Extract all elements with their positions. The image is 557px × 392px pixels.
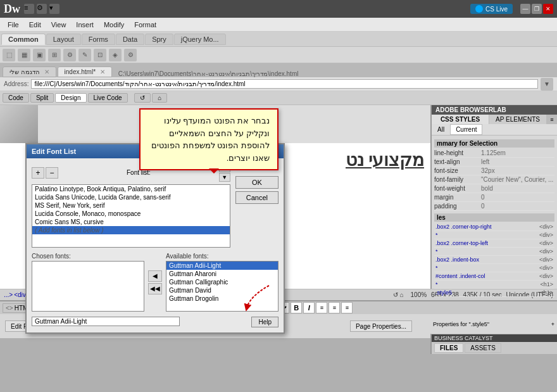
doc-tab-index[interactable]: index.html* ✕ [58,66,112,77]
font-list-item-2[interactable]: Lucida Sans Unicode, Lucida Grande, sans… [32,193,230,201]
toolbar-icon-3[interactable]: ▣ [33,49,46,61]
menu-format[interactable]: Format [129,20,161,30]
bold-button[interactable]: B [291,302,302,313]
toolbar-icon-6[interactable]: ✎ [78,49,91,61]
avail-item-1[interactable]: Guttman Adii-Light [166,262,278,270]
view-split-btn[interactable]: Split [30,93,54,103]
tab-jquery[interactable]: jQuery Mo... [174,34,226,45]
menu-edit[interactable]: Edit [24,20,46,30]
dialog-ok-btn[interactable]: OK [235,176,278,189]
minimize-button[interactable]: — [520,4,530,14]
rule-5[interactable]: .box2 .indent-box <div> [434,256,554,264]
rule-6[interactable]: * <div> [434,264,554,272]
prop-font-size: font-size 32px [434,167,554,175]
avail-item-2[interactable]: Guttman Aharoni [166,270,278,278]
rule-7[interactable]: #content .indent-col <div> [434,272,554,281]
menu-insert[interactable]: Insert [71,20,99,30]
home-btn[interactable]: ⌂ [152,93,167,103]
doc-tab-demo-close[interactable]: ✕ [44,68,49,75]
arrow-left-double[interactable]: ◀◀ [148,283,162,294]
ap-elements-tab[interactable]: AP ELEMENTS [489,115,547,124]
rule-9[interactable]: .style5 <h1> [434,289,554,297]
font-list-section: + − Font list: ▲ ▼ Palatino Linotype, Bo… [32,163,230,248]
nav-arrows[interactable]: ↺ ⌂ [393,291,404,298]
tooltip-balloon: נבחר את הפונט המועדף עלינו ונקליק על החצ… [139,108,278,170]
files-tab[interactable]: FILES [434,343,463,353]
doc-tab-index-label: index.html* [65,68,96,75]
tab-data[interactable]: Data [116,34,144,45]
font-list-item-add[interactable]: ( Add fonts in list below ) [32,226,230,234]
rule-3[interactable]: .box2 .corner-top-left <div> [434,239,554,248]
rule-2[interactable]: * <div> [434,231,554,239]
doc-tab-index-close[interactable]: ✕ [100,68,105,75]
cs-live-label: CS Live [485,6,508,13]
rule-1[interactable]: .box2 .corner-top-right <div> [434,223,554,231]
view-design-btn[interactable]: Design [55,93,86,103]
dialog-cancel-btn[interactable]: Cancel [235,191,278,204]
italic-button[interactable]: I [303,302,315,313]
toolbar-icon-7[interactable]: ⊡ [94,49,106,61]
tab-forms[interactable]: Forms [82,34,115,45]
toolbar-icon-2[interactable]: ▦ [18,49,30,61]
rule-4[interactable]: * <div> [434,248,554,256]
fl-remove-btn[interactable]: − [46,167,58,179]
align-left-button[interactable]: ≡ [316,302,327,313]
menu-file[interactable]: File [3,20,24,30]
font-list-item-1[interactable]: Palatino Linotype, Book Antiqua, Palatin… [32,185,230,193]
align-right-button[interactable]: ≡ [341,302,353,313]
view-livecode-btn[interactable]: Live Code [88,93,128,103]
panel-options-icon[interactable]: ≡ [547,115,557,124]
assets-tab[interactable]: ASSETS [465,343,501,353]
fl-add-remove-btns: + − [32,167,58,179]
tab-common[interactable]: Common [1,34,46,45]
cs-live-button[interactable]: CS Live [470,4,513,14]
css-styles-tab[interactable]: CSS STYLES [432,115,489,124]
current-subtab[interactable]: Current [450,124,482,135]
arrow-icon[interactable]: ▾ [49,4,59,14]
html-icon: <> [6,305,13,312]
address-input[interactable] [31,79,538,89]
tab-layout[interactable]: Layout [46,34,81,45]
breadcrumb-item-1[interactable]: ...> [4,291,13,298]
preview-image [0,105,38,143]
menu-modify[interactable]: Modify [99,20,129,30]
font-list-item-5[interactable]: Comic Sans MS, cursive [32,218,230,226]
toolbar-icon-9[interactable]: ⚙ [124,49,137,61]
page-properties-btn[interactable]: Page Properties... [350,320,412,332]
filter-icon[interactable]: ▼ [541,78,553,91]
font-list-item-3[interactable]: MS Serif, New York, serif [32,201,230,210]
fl-add-btn[interactable]: + [32,167,44,179]
secondary-view-btn[interactable]: ↺ [134,93,151,103]
view-code-btn[interactable]: Code [3,93,29,103]
font-listbox[interactable]: Palatino Linotype, Book Antiqua, Palatin… [32,184,230,248]
available-label: Available fonts: [166,253,278,260]
summary-label: mmary for Selection [434,139,554,148]
dialog-help-btn[interactable]: Help [251,317,278,327]
all-subtab[interactable]: All [432,124,450,135]
align-center-button[interactable]: ≡ [329,302,340,313]
arrow-left-single[interactable]: ◀ [148,270,162,282]
doc-tab-demo[interactable]: הדגמה שלי ✕ [3,66,56,77]
menu-view[interactable]: View [46,20,72,30]
doc-tabs: הדגמה שלי ✕ index.html* ✕ C:\Users\win7\… [0,63,557,77]
toolbar-icon-1[interactable]: ⬚ [3,49,15,61]
dialog-title: Edit Font List [32,148,76,155]
restore-button[interactable]: ❐ [532,4,542,14]
toolbar-icon-8[interactable]: ◈ [109,49,122,61]
menu-icon[interactable]: ≡ [24,4,34,14]
toolbar: ⬚ ▦ ▣ ⊞ ⚙ ✎ ⊡ ◈ ⚙ [0,47,557,63]
rule-8[interactable]: * <h1> [434,281,554,289]
font-list-item-4[interactable]: Lucida Console, Monaco, monospace [32,210,230,218]
fl-down-btn[interactable]: ▼ [219,173,230,182]
toolbar-icon-4[interactable]: ⊞ [48,49,61,61]
chosen-box[interactable] [32,261,144,312]
toolbar-icon-5[interactable]: ⚙ [63,49,76,61]
files-assets-tabs: FILES ASSETS [432,342,557,354]
tab-spry[interactable]: Spry [145,34,173,45]
props-options-icon[interactable]: + [551,321,554,327]
doc-tab-demo-label: הדגמה שלי [9,68,40,75]
close-button[interactable]: ✕ [543,4,553,14]
settings-icon[interactable]: ⚙ [37,4,47,14]
right-panel-subtabs: All Current [432,124,557,136]
chosen-font-input[interactable] [32,317,180,326]
